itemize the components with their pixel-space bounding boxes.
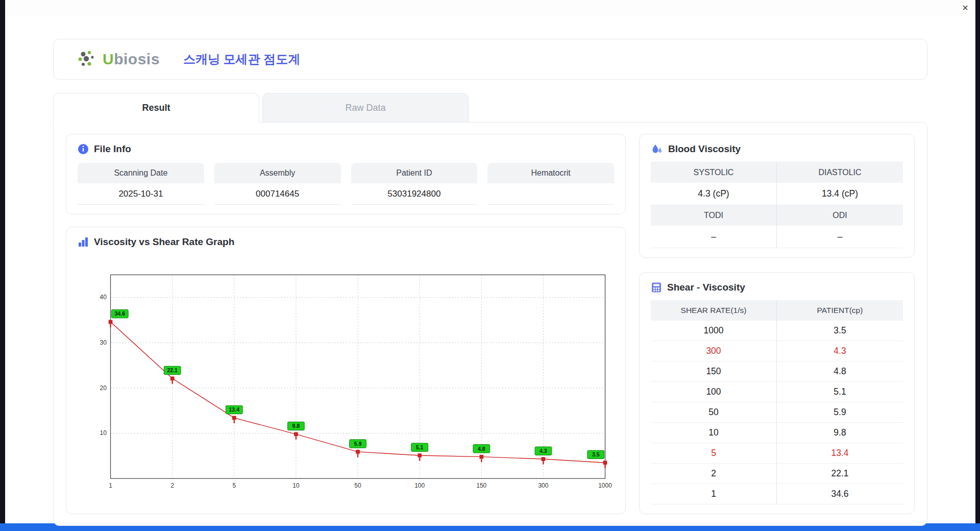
blood-viscosity-title: Blood Viscosity — [651, 143, 903, 155]
svg-text:34.6: 34.6 — [115, 310, 126, 317]
ubiosis-logo: Ubiosis — [76, 49, 160, 69]
shear-rate-value: 5 — [651, 443, 777, 464]
field-scanning-date: Scanning Date 2025-10-31 — [78, 163, 204, 205]
patient-viscosity-value: 3.5 — [777, 321, 903, 341]
shear-table-row: 109.8 — [651, 423, 903, 443]
field-value — [487, 183, 614, 205]
shear-table-row: 513.4 — [651, 443, 903, 464]
patient-viscosity-value: 9.8 — [777, 423, 903, 443]
blood-viscosity-card: Blood Viscosity SYSTOLIC DIASTOLIC 4.3 (… — [639, 134, 915, 258]
field-patient-id: Patient ID 53031924800 — [351, 163, 478, 205]
graph-title-text: Viscosity vs Shear Rate Graph — [94, 236, 234, 248]
tab-result[interactable]: Result — [53, 93, 259, 123]
field-label: Assembly — [214, 163, 341, 183]
droplets-icon — [651, 143, 663, 155]
bar-chart-icon — [78, 236, 89, 248]
bv-header-row: TODI ODI — [651, 205, 903, 226]
svg-text:1: 1 — [109, 482, 112, 489]
svg-text:22.1: 22.1 — [167, 367, 178, 373]
svg-text:4.3: 4.3 — [540, 448, 547, 454]
svg-text:2: 2 — [170, 482, 174, 489]
patient-viscosity-value: 4.8 — [777, 361, 903, 382]
tab-raw-data[interactable]: Raw Data — [262, 93, 469, 123]
viscosity-chart: 102030401251050100150300100034.622.113.4… — [92, 255, 612, 504]
patient-viscosity-value: 5.9 — [777, 402, 903, 423]
close-icon[interactable]: × — [962, 2, 968, 14]
shear-table-row: 10003.5 — [651, 321, 903, 341]
shear-viscosity-title-text: Shear - Viscosity — [667, 282, 745, 293]
svg-text:100: 100 — [414, 482, 425, 489]
svg-text:10: 10 — [292, 482, 300, 489]
tab-bar: Result Raw Data — [53, 93, 927, 122]
file-info-card: File Info Scanning Date 2025-10-31 Assem… — [66, 134, 626, 214]
patient-viscosity-value: 13.4 — [777, 443, 903, 464]
shear-viscosity-title: Shear - Viscosity — [651, 282, 903, 293]
blood-viscosity-title-text: Blood Viscosity — [668, 143, 741, 155]
field-hematocrit: Hematocrit — [487, 163, 614, 205]
header-card: Ubiosis 스캐닝 모세관 점도계 — [53, 39, 927, 80]
svg-text:4.8: 4.8 — [478, 446, 485, 452]
svg-text:3.5: 3.5 — [592, 451, 600, 457]
svg-text:13.4: 13.4 — [229, 406, 240, 413]
logo-text: Ubiosis — [103, 51, 160, 68]
shear-viscosity-card: Shear - Viscosity SHEAR RATE(1/s) PATIEN… — [639, 272, 915, 514]
svg-text:10: 10 — [100, 429, 107, 437]
todi-label: TODI — [651, 205, 777, 226]
svg-text:5.9: 5.9 — [354, 441, 362, 447]
svg-text:300: 300 — [538, 482, 548, 489]
content-area: Ubiosis 스캐닝 모세관 점도계 Result Raw Data — [5, 15, 975, 526]
bv-value-row: 4.3 (cP) 13.4 (cP) — [651, 183, 903, 205]
patient-viscosity-value: 4.3 — [777, 341, 903, 361]
field-label: Patient ID — [351, 163, 478, 183]
file-info-title-text: File Info — [94, 143, 131, 155]
patient-viscosity-value: 34.6 — [777, 484, 903, 504]
shear-rate-value: 300 — [651, 341, 777, 361]
odi-label: ODI — [777, 205, 903, 226]
shear-table-row: 134.6 — [651, 484, 903, 504]
shear-rate-value: 1000 — [651, 321, 777, 341]
svg-text:150: 150 — [476, 482, 486, 489]
shear-rate-value: 50 — [651, 402, 777, 423]
field-value: 53031924800 — [351, 183, 478, 205]
svg-text:30: 30 — [100, 339, 107, 346]
graph-card: Viscosity vs Shear Rate Graph 1020304012… — [66, 227, 626, 514]
chart-wrap: 102030401251050100150300100034.622.113.4… — [78, 255, 614, 504]
shear-table-row: 1005.1 — [651, 382, 903, 402]
svg-text:9.8: 9.8 — [292, 423, 300, 429]
main-panel: File Info Scanning Date 2025-10-31 Assem… — [53, 122, 927, 526]
svg-text:5: 5 — [232, 482, 236, 489]
calculator-icon — [651, 282, 662, 293]
systolic-label: SYSTOLIC — [651, 162, 777, 183]
patient-viscosity-value: 22.1 — [777, 464, 903, 484]
page-title: 스캐닝 모세관 점도계 — [183, 51, 300, 67]
shear-table-header: SHEAR RATE(1/s) PATIENT(cp) — [651, 300, 903, 321]
app-window: × Ubiosis 스캐닝 모세관 점도계 — [5, 0, 975, 523]
svg-text:50: 50 — [354, 482, 361, 489]
desktop: × Ubiosis 스캐닝 모세관 점도계 — [0, 0, 980, 531]
shear-rate-value: 2 — [651, 464, 777, 484]
shear-table-row: 3004.3 — [651, 341, 903, 361]
svg-text:1000: 1000 — [598, 482, 612, 489]
shear-table-body: 10003.53004.31504.81005.1505.9109.8513.4… — [651, 321, 903, 504]
svg-text:5.1: 5.1 — [416, 444, 424, 450]
field-label: Hematocrit — [487, 163, 614, 183]
bv-header-row: SYSTOLIC DIASTOLIC — [651, 162, 903, 183]
shear-table-row: 1504.8 — [651, 361, 903, 382]
diastolic-value: 13.4 (cP) — [777, 183, 903, 205]
systolic-value: 4.3 (cP) — [651, 183, 777, 205]
field-assembly: Assembly 000714645 — [214, 163, 341, 205]
patient-column-header: PATIENT(cp) — [777, 300, 903, 321]
bv-value-row: – – — [651, 226, 903, 248]
graph-title: Viscosity vs Shear Rate Graph — [78, 236, 614, 248]
odi-value: – — [777, 226, 903, 248]
blood-viscosity-grid: SYSTOLIC DIASTOLIC 4.3 (cP) 13.4 (cP) TO… — [651, 162, 903, 248]
left-column: File Info Scanning Date 2025-10-31 Assem… — [66, 134, 626, 514]
logo-dots-icon — [76, 49, 99, 69]
shear-table-row: 505.9 — [651, 402, 903, 423]
patient-viscosity-value: 5.1 — [777, 382, 903, 402]
shear-rate-value: 10 — [651, 423, 777, 443]
shear-rate-value: 150 — [651, 361, 777, 382]
diastolic-label: DIASTOLIC — [777, 162, 903, 183]
todi-value: – — [651, 226, 777, 248]
shear-rate-value: 1 — [651, 484, 777, 504]
